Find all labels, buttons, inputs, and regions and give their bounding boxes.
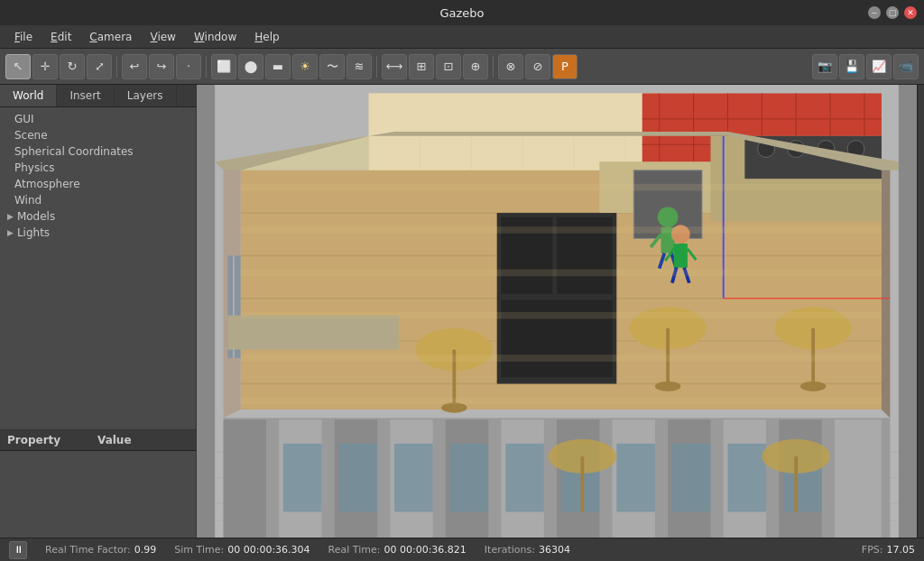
rtf-label: Real Time Factor: xyxy=(45,544,131,556)
fps: FPS: 17.05 xyxy=(862,544,915,556)
link-button[interactable]: ⊕ xyxy=(463,54,488,79)
tree-item-wind-label: Wind xyxy=(14,194,42,207)
maximize-button[interactable]: □ xyxy=(886,6,899,19)
undo-button[interactable]: ↩ xyxy=(122,54,147,79)
rtf-value: 0.99 xyxy=(134,544,157,556)
plot-button[interactable]: 📈 xyxy=(866,54,892,79)
svg-point-91 xyxy=(658,207,679,227)
svg-point-85 xyxy=(800,382,826,391)
save-world-button[interactable]: 💾 xyxy=(839,54,864,79)
title-bar: Gazebo − □ ✕ xyxy=(0,0,924,25)
property-panel: Property Value xyxy=(0,429,196,538)
menu-file[interactable]: File xyxy=(7,29,40,45)
tree-item-gui[interactable]: GUI xyxy=(0,111,196,127)
svg-rect-27 xyxy=(394,444,433,512)
redo-button[interactable]: ↪ xyxy=(149,54,174,79)
menu-bar: File Edit Camera View Window Help xyxy=(0,25,924,49)
svg-point-82 xyxy=(655,382,680,391)
sim-time-label: Sim Time: xyxy=(174,544,224,556)
sep2 xyxy=(206,56,207,78)
svg-rect-28 xyxy=(450,444,489,512)
right-scrollbar[interactable] xyxy=(917,85,924,538)
real-time-value: 00 00:00:36.821 xyxy=(383,544,466,556)
box-tool-button[interactable]: ⬜ xyxy=(211,54,236,79)
tree-item-atmosphere-label: Atmosphere xyxy=(14,178,80,190)
video-button[interactable]: 📹 xyxy=(893,54,919,79)
snap-button[interactable]: ⊡ xyxy=(436,54,461,79)
translate-button[interactable]: ⟷ xyxy=(382,54,407,79)
sim-time: Sim Time: 00 00:00:36.304 xyxy=(174,544,310,556)
tree-item-scene[interactable]: Scene xyxy=(0,127,196,143)
extra-button[interactable]: · xyxy=(176,54,201,79)
svg-rect-74 xyxy=(501,300,612,377)
select-tool-button[interactable]: ↖ xyxy=(5,54,31,79)
sidebar-tabs: World Insert Layers xyxy=(0,85,196,107)
move-tool-button[interactable]: ✛ xyxy=(32,54,58,79)
svg-rect-98 xyxy=(674,244,688,268)
svg-rect-29 xyxy=(505,444,544,512)
status-bar: ⏸ Real Time Factor: 0.99 Sim Time: 00 00… xyxy=(0,538,924,561)
sep1 xyxy=(116,56,117,78)
tree-item-gui-label: GUI xyxy=(14,113,34,125)
menu-camera[interactable]: Camera xyxy=(82,29,139,45)
light-tool-button[interactable]: ☀ xyxy=(292,54,318,79)
scale-tool-button[interactable]: ⤢ xyxy=(87,54,112,79)
toolbar: ↖ ✛ ↻ ⤢ ↩ ↪ · ⬜ ⬤ ▬ ☀ 〜 ≋ ⟷ ⊞ ⊡ ⊕ ⊗ ⊘ P … xyxy=(0,49,924,85)
window-controls: − □ ✕ xyxy=(868,6,917,19)
property-header: Property Value xyxy=(0,430,196,451)
sim-time-value: 00 00:00:36.304 xyxy=(227,544,310,556)
models-arrow-icon: ▶ xyxy=(7,212,14,221)
content-area: World Insert Layers GUI Scene Spherical … xyxy=(0,85,924,538)
tree-item-spherical[interactable]: Spherical Coordinates xyxy=(0,143,196,160)
polygon-tool-button[interactable]: 〜 xyxy=(319,54,345,79)
iterations: Iterations: 36304 xyxy=(485,544,570,556)
svg-rect-31 xyxy=(616,444,655,512)
svg-rect-24 xyxy=(835,419,882,538)
svg-marker-48 xyxy=(882,166,890,418)
tree-item-spherical-label: Spherical Coordinates xyxy=(14,145,134,158)
value-col-header: Value xyxy=(90,430,139,450)
tree-item-physics[interactable]: Physics xyxy=(0,160,196,176)
iterations-label: Iterations: xyxy=(485,544,535,556)
tree-item-atmosphere[interactable]: Atmosphere xyxy=(0,176,196,192)
physics-toggle-button[interactable]: P xyxy=(552,54,578,79)
menu-help[interactable]: Help xyxy=(247,29,286,45)
minimize-button[interactable]: − xyxy=(868,6,881,19)
real-time-factor: Real Time Factor: 0.99 xyxy=(45,544,156,556)
svg-rect-90 xyxy=(227,316,398,350)
sep4 xyxy=(493,56,494,78)
menu-view[interactable]: View xyxy=(143,29,182,45)
tree-item-wind[interactable]: Wind xyxy=(0,192,196,208)
wireframe-button[interactable]: ⊘ xyxy=(525,54,550,79)
sidebar: World Insert Layers GUI Scene Spherical … xyxy=(0,85,197,538)
sidebar-tree: GUI Scene Spherical Coordinates Physics … xyxy=(0,107,196,429)
cylinder-tool-button[interactable]: ▬ xyxy=(265,54,291,79)
tree-item-scene-label: Scene xyxy=(14,129,48,142)
menu-edit[interactable]: Edit xyxy=(43,29,79,45)
fps-value: 17.05 xyxy=(887,544,916,556)
tree-item-models[interactable]: ▶ Models xyxy=(0,208,196,225)
svg-rect-33 xyxy=(727,444,766,512)
tree-item-lights[interactable]: ▶ Lights xyxy=(0,225,196,241)
sphere-tool-button[interactable]: ⬤ xyxy=(238,54,263,79)
close-button[interactable]: ✕ xyxy=(904,6,917,19)
pause-button[interactable]: ⏸ xyxy=(9,541,27,559)
tab-world[interactable]: World xyxy=(0,85,57,106)
mesh-tool-button[interactable]: ≋ xyxy=(346,54,372,79)
svg-rect-25 xyxy=(283,444,322,512)
svg-rect-32 xyxy=(672,444,711,512)
align-button[interactable]: ⊞ xyxy=(409,54,434,79)
real-time-label: Real Time: xyxy=(328,544,381,556)
lights-arrow-icon: ▶ xyxy=(7,228,14,237)
joint-button[interactable]: ⊗ xyxy=(498,54,523,79)
rotate-tool-button[interactable]: ↻ xyxy=(60,54,85,79)
tree-item-physics-label: Physics xyxy=(14,161,54,174)
tree-item-models-label: Models xyxy=(17,210,55,223)
viewport[interactable] xyxy=(197,85,917,538)
screenshot-button[interactable]: 📷 xyxy=(812,54,837,79)
fps-label: FPS: xyxy=(862,544,883,556)
svg-rect-13 xyxy=(224,419,266,538)
tab-layers[interactable]: Layers xyxy=(115,85,177,106)
tab-insert[interactable]: Insert xyxy=(57,85,114,106)
menu-window[interactable]: Window xyxy=(187,29,244,45)
